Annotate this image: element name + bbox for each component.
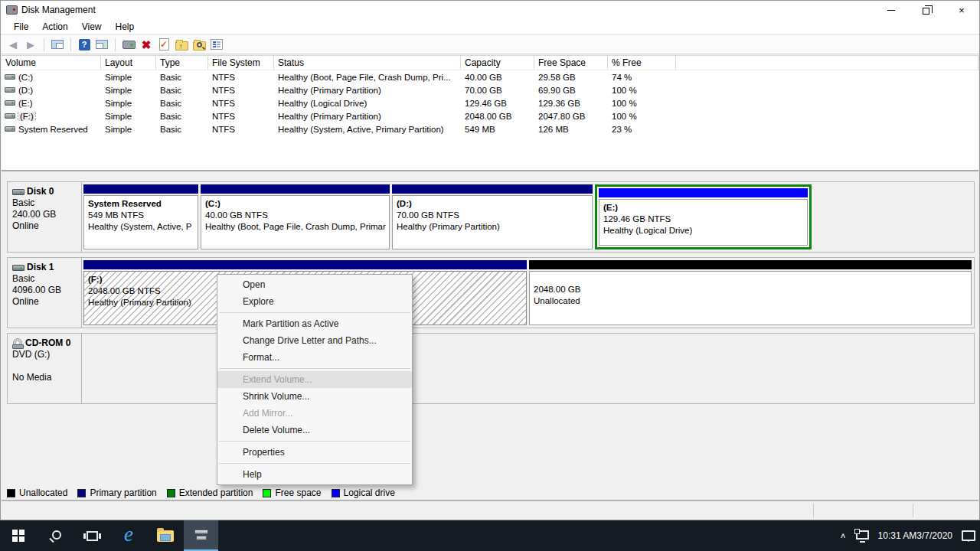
windows-taskbar: e ∧ 10:31 AM 3/7/2020: [0, 520, 980, 551]
menu-file[interactable]: File: [7, 20, 35, 34]
restore-icon: [923, 8, 929, 15]
cell-file-system: NTFS: [208, 86, 274, 95]
disk-0-label[interactable]: Disk 0 Basic 240.00 GB Online: [8, 182, 82, 252]
cell-type: Basic: [156, 73, 208, 82]
volume-icon: [5, 126, 15, 132]
file-explorer-button[interactable]: [147, 520, 184, 551]
menu-item-mark-partition-active[interactable]: Mark Partition as Active: [217, 315, 412, 332]
restore-button[interactable]: [909, 1, 944, 19]
delete-button[interactable]: ✖: [139, 37, 154, 52]
cell-free-space: 2047.80 GB: [534, 112, 608, 121]
col-status[interactable]: Status: [274, 56, 461, 70]
col-free-space[interactable]: Free Space: [534, 56, 608, 70]
legend-item-free-space: Free space: [263, 487, 321, 498]
menu-view[interactable]: View: [75, 20, 109, 34]
col-file-system[interactable]: File System: [208, 56, 274, 70]
show-action-pane-button[interactable]: [94, 37, 109, 52]
window-title: Disk Management: [21, 5, 96, 15]
task-view-icon: [87, 531, 98, 541]
menu-item-delete-volume[interactable]: Delete Volume...: [217, 422, 412, 439]
disk-1-label[interactable]: Disk 1 Basic 4096.00 GB Online: [8, 258, 82, 328]
show-console-tree-icon: [51, 40, 64, 49]
menu-help[interactable]: Help: [109, 20, 142, 34]
show-console-tree-button[interactable]: [50, 37, 65, 52]
graphical-view-pane: Disk 0 Basic 240.00 GB Online System Res…: [2, 173, 978, 468]
partition-e-logical[interactable]: (E:) 129.46 GB NTFS Healthy (Logical Dri…: [595, 184, 812, 249]
partition-size: 129.46 GB NTFS: [603, 214, 803, 225]
taskbar-clock[interactable]: 10:31 AM 3/7/2020: [874, 530, 957, 541]
task-view-button[interactable]: [74, 520, 110, 551]
volume-row-system-reserved[interactable]: System Reserved Simple Basic NTFS Health…: [2, 122, 978, 135]
cell-pct-free: 100 %: [608, 86, 676, 95]
back-button[interactable]: ◀: [5, 37, 21, 52]
verify-button[interactable]: ✓: [156, 37, 172, 52]
legend-swatch-logical: [332, 489, 340, 497]
volume-row-c[interactable]: (C:) Simple Basic NTFS Healthy (Boot, Pa…: [2, 70, 978, 83]
unallocated-region[interactable]: 2048.00 GB Unallocated: [529, 260, 972, 325]
partition-title: (E:): [603, 202, 803, 214]
close-button[interactable]: ×: [944, 1, 979, 19]
legend-item-unallocated: Unallocated: [7, 487, 67, 498]
menu-item-shrink-volume[interactable]: Shrink Volume...: [217, 388, 412, 405]
volume-row-e[interactable]: (E:) Simple Basic NTFS Healthy (Logical …: [2, 96, 978, 109]
menu-item-extend-volume[interactable]: Extend Volume...: [217, 371, 412, 388]
volume-row-d[interactable]: (D:) Simple Basic NTFS Healthy (Primary …: [2, 83, 978, 96]
notifications-button[interactable]: [957, 530, 980, 541]
disk-management-taskbar-button[interactable]: [184, 520, 218, 551]
cdrom-0-row: CD-ROM 0 DVD (G:) No Media: [7, 333, 975, 404]
properties-list-icon: [211, 39, 223, 50]
col-capacity[interactable]: Capacity: [461, 56, 534, 70]
partition-system-reserved[interactable]: System Reserved 549 MB NTFS Healthy (Sys…: [83, 184, 198, 249]
minimize-button[interactable]: [874, 1, 909, 19]
taskbar-search-button[interactable]: [37, 520, 74, 551]
disk-management-icon: [196, 536, 207, 540]
col-layout[interactable]: Layout: [101, 56, 156, 70]
legend-label: Primary partition: [90, 487, 156, 498]
delete-icon: ✖: [142, 39, 152, 51]
disk-management-icon: [194, 530, 208, 534]
disk-name: Disk 1: [27, 262, 54, 273]
internet-explorer-icon: e: [124, 524, 133, 545]
system-tray: ∧ 10:31 AM 3/7/2020: [835, 520, 980, 551]
menu-item-change-drive-letter[interactable]: Change Drive Letter and Paths...: [217, 332, 412, 349]
hidden-icons-button[interactable]: ∧: [835, 530, 851, 541]
partition-title: System Reserved: [88, 198, 194, 210]
export-button[interactable]: ↑: [174, 37, 189, 52]
cdrom-0-label[interactable]: CD-ROM 0 DVD (G:) No Media: [8, 334, 82, 403]
find-button[interactable]: [191, 37, 207, 52]
cell-capacity: 549 MB: [461, 125, 534, 134]
forward-button[interactable]: ▶: [23, 37, 38, 52]
disk-size: 4096.00 GB: [12, 285, 78, 296]
toolbar-separator: [44, 38, 44, 51]
cell-file-system: NTFS: [208, 99, 274, 108]
volume-name: (F:): [18, 112, 35, 121]
menu-item-format[interactable]: Format...: [217, 349, 412, 366]
volume-row-f-selected[interactable]: (F:) Simple Basic NTFS Healthy (Primary …: [2, 109, 978, 122]
network-tray-button[interactable]: [851, 532, 874, 540]
disk-kind: Basic: [12, 273, 78, 285]
partition-c[interactable]: (C:) 40.00 GB NTFS Healthy (Boot, Page F…: [201, 184, 390, 249]
menu-item-open[interactable]: Open: [217, 276, 412, 293]
toolbar-separator: [70, 38, 71, 51]
menu-item-properties[interactable]: Properties: [217, 444, 412, 461]
properties-button[interactable]: [209, 37, 224, 52]
internet-explorer-button[interactable]: e: [110, 520, 147, 551]
col-volume[interactable]: Volume: [2, 56, 101, 70]
volume-list-pane: Volume Layout Type File System Status Ca…: [2, 55, 978, 171]
partition-d[interactable]: (D:) 70.00 GB NTFS Healthy (Primary Part…: [392, 184, 593, 249]
cell-layout: Simple: [101, 99, 156, 108]
col-pct-free[interactable]: % Free: [608, 56, 676, 70]
help-button[interactable]: ?: [77, 37, 92, 52]
legend-label: Logical drive: [344, 487, 395, 498]
console-window-button[interactable]: [121, 37, 136, 52]
menu-item-help[interactable]: Help: [217, 466, 412, 483]
cell-status: Healthy (Primary Partition): [274, 112, 461, 121]
col-type[interactable]: Type: [156, 56, 208, 70]
legend-label: Unallocated: [19, 487, 67, 498]
partition-size: 40.00 GB NTFS: [205, 210, 385, 221]
start-button[interactable]: [0, 520, 37, 551]
menu-item-add-mirror[interactable]: Add Mirror...: [217, 405, 412, 422]
legend-swatch-extended: [167, 489, 175, 497]
menu-item-explore[interactable]: Explore: [217, 293, 412, 310]
menu-action[interactable]: Action: [35, 20, 74, 34]
